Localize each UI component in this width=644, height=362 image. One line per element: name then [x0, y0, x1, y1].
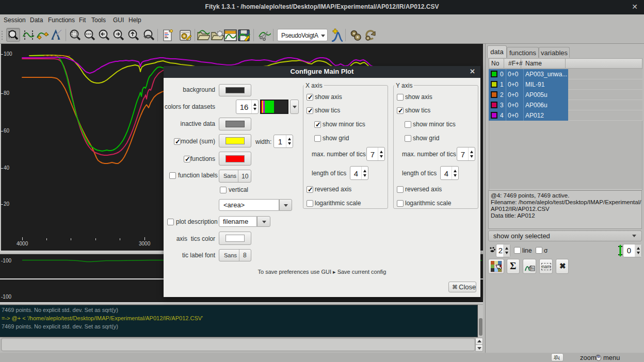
svg-text:fn: fn [531, 267, 534, 270]
